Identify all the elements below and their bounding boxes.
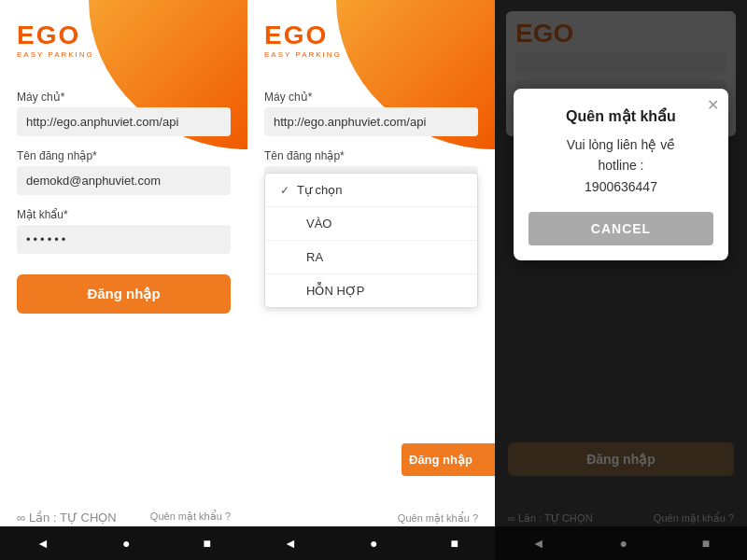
nav-bar-2: ◄ ● ■ [247,526,495,560]
dropdown-item-ra[interactable]: RA [265,241,477,274]
username-label: Tên đăng nhập* [17,149,231,162]
recents-button-2[interactable]: ■ [450,536,458,551]
username-input[interactable] [17,166,231,195]
check-icon: ✓ [280,184,289,197]
dropdown-item-vao[interactable]: VÀO [265,207,477,241]
login-screen-panel1: EGO EASY PARKING Máy chủ* Tên đăng nhập*… [0,0,247,560]
footer-bar: ∞ Lần : TỰ CHỌN Quên mật khẩu ? [0,511,247,525]
nav-bar-1: ◄ ● ■ [0,526,247,560]
dialog-body-line1: Vui lòng liên hệ về [567,137,675,152]
dialog-backdrop [495,0,747,560]
cancel-button[interactable]: CANCEL [529,212,713,245]
home-button-2[interactable]: ● [370,536,377,551]
server-label: Máy chủ* [17,91,231,104]
dropdown-item-tuchon[interactable]: ✓ Tự chọn [265,174,477,207]
server-label-2: Máy chủ* [264,91,478,104]
logo-area: EGO EASY PARKING [0,0,247,59]
username-label-2: Tên đăng nhập* [264,149,478,162]
dropdown-item-honhop[interactable]: HỖN HỢP [265,274,477,307]
forgot-password-dialog: ✕ Quên mật khẩu Vui lòng liên hệ về hotl… [514,89,728,260]
dialog-body-line2: hotline : [598,158,643,173]
password-input[interactable] [17,225,231,254]
forgot-password-link[interactable]: Quên mật khẩu ? [150,511,231,525]
login-button[interactable]: Đăng nhập [17,274,231,314]
dialog-body: Vui lòng liên hệ về hotline : 1900636447 [529,134,713,197]
easy-parking-tagline-2: EASY PARKING [264,50,495,59]
dropdown-label-honhop: HỖN HỢP [306,284,364,298]
logo-area-2: EGO EASY PARKING [247,0,495,59]
server-input-2[interactable] [264,107,478,136]
ego-logo: EGO [17,22,247,49]
dropdown-label-ra: RA [306,250,323,264]
dropdown-label-vao: VÀO [306,217,331,231]
dialog-body-phone: 1900636447 [585,179,657,194]
dropdown-menu[interactable]: ✓ Tự chọn VÀO RA HỖN HỢP [264,173,478,308]
back-button[interactable]: ◄ [36,536,49,551]
server-input[interactable] [17,107,231,136]
back-button-2[interactable]: ◄ [284,536,297,551]
recents-button[interactable]: ■ [203,536,210,551]
dropdown-label-tuchon: Tự chọn [297,183,343,197]
ego-logo-2: EGO [264,22,495,49]
home-button[interactable]: ● [122,536,130,551]
password-label: Mật khẩu* [17,208,231,221]
login-button-partial[interactable]: Đăng nhập [402,443,495,476]
loop-label: ∞ Lần : TỰ CHỌN [17,511,117,525]
forgot-password-screen: EGO ✕ Quên mật khẩu Vui lòng liên hệ về … [495,0,747,560]
login-form: Máy chủ* Tên đăng nhập* Mật khẩu* Đăng n… [0,59,247,314]
dialog-title: Quên mật khẩu [529,107,713,125]
easy-parking-tagline: EASY PARKING [17,50,247,59]
dialog-close-button[interactable]: ✕ [707,96,719,114]
footer-bar-2: Quên mật khẩu ? [247,512,495,525]
forgot-password-link-2[interactable]: Quên mật khẩu ? [398,512,478,525]
login-screen-panel2: EGO EASY PARKING Máy chủ* Tên đăng nhập*… [247,0,495,560]
